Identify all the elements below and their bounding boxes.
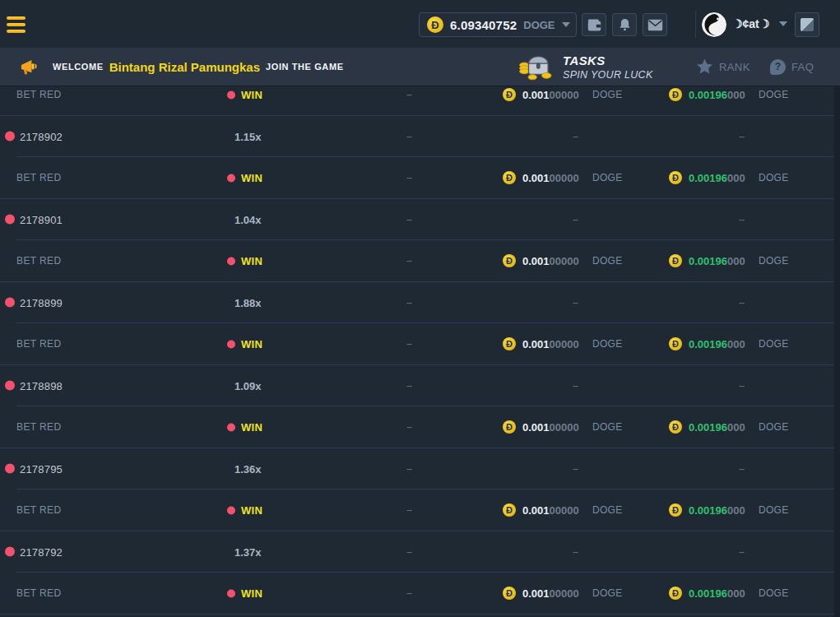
question-mark-icon: ? [770,59,786,75]
win-label: WIN [241,421,262,434]
bet-result: WIN [227,89,262,101]
bet-amount-cell: Ɖ 0.00100000 DOGE [503,337,643,350]
table-row-bet[interactable]: BET RED WIN -- Ɖ 0.00100000 DOGE Ɖ 0.001… [0,323,834,365]
tasks-link[interactable]: TASKS SPIN YOUR LUCK [518,48,653,86]
menu-icon[interactable] [7,16,26,33]
bet-label: BET RED [16,421,62,433]
tasks-subtitle: SPIN YOUR LUCK [563,69,653,81]
empty-value: -- [402,297,415,308]
welcome-label: WELCOME [53,62,104,72]
profit-currency: DOGE [759,338,789,350]
empty-value: -- [735,131,748,142]
balance-selector[interactable]: Ɖ 6.09340752 DOGE [419,12,577,37]
table-row-game[interactable]: 2178901 1.04x -- -- -- [0,199,834,241]
win-label: WIN [241,89,262,101]
empty-value: -- [402,131,415,142]
multiplier: 1.09x [234,379,262,392]
empty-value: -- [402,89,415,100]
doge-coin-icon: Ɖ [669,587,682,600]
game-id-cell: 2178902 [5,130,63,142]
game-id-cell: 2178898 [5,379,63,392]
game-id-cell: 2178899 [5,296,63,308]
game-id: 2178898 [20,379,63,392]
profit-amount: 0.00196000 [689,504,745,517]
red-dot-icon [227,340,235,348]
avatar[interactable] [702,12,726,37]
table-row-bet[interactable]: BET RED WIN -- Ɖ 0.00100000 DOGE Ɖ 0.001… [0,406,834,448]
doge-coin-icon: Ɖ [503,337,516,350]
empty-value: -- [569,297,582,308]
table-row-game[interactable]: 2178792 1.37x -- -- -- [0,531,834,573]
faq-link[interactable]: ? FAQ [770,48,814,86]
empty-value: -- [402,546,415,558]
red-dot-icon [227,90,235,99]
table-row-bet[interactable]: BET RED WIN -- Ɖ 0.00100000 DOGE Ɖ 0.001… [0,489,834,531]
bet-currency: DOGE [592,255,623,267]
table-row-bet[interactable]: BET RED WIN -- Ɖ 0.00100000 DOGE Ɖ 0.001… [0,573,834,615]
game-id-cell: 2178901 [5,213,63,225]
bet-amount-cell: Ɖ 0.00100000 DOGE [503,88,643,101]
bet-amount: 0.00100000 [522,172,579,184]
rank-link[interactable]: RANK [696,48,750,86]
notifications-button[interactable] [612,13,637,36]
win-label: WIN [241,504,262,517]
table-row-bet[interactable]: BET RED WIN -- Ɖ 0.00100000 DOGE Ɖ 0.001… [0,86,834,116]
bet-label: BET RED [16,587,62,599]
win-label: WIN [241,587,262,600]
empty-value: -- [402,463,415,475]
red-dot-icon [227,423,235,431]
table-row-game[interactable]: 2178898 1.09x -- -- -- [0,365,834,407]
table-row-bet[interactable]: BET RED WIN -- Ɖ 0.00100000 DOGE Ɖ 0.001… [0,157,834,199]
balance-amount: 6.09340752 [450,18,517,32]
profit-amount: 0.00196000 [689,338,745,350]
bet-label: BET RED [16,172,62,183]
bet-label: BET RED [16,255,62,267]
table-row-game[interactable]: 2178899 1.88x -- -- -- [0,282,834,324]
multiplier: 1.36x [234,462,262,475]
table-row-game[interactable]: 2178902 1.15x -- -- -- [0,116,834,158]
game-id: 2178795 [20,462,63,475]
bet-amount-cell: Ɖ 0.00100000 DOGE [503,503,643,517]
red-dot-icon [227,257,235,265]
profit-amount-cell: Ɖ 0.00196000 DOGE [669,587,809,600]
empty-value: -- [402,504,415,516]
table-row-bet[interactable]: BET RED WIN -- Ɖ 0.00100000 DOGE Ɖ 0.001… [0,240,834,282]
doge-coin-icon: Ɖ [669,503,682,517]
profit-amount-cell: Ɖ 0.00196000 DOGE [669,503,809,517]
bet-currency: DOGE [592,421,623,433]
doge-coin-icon: Ɖ [503,88,516,101]
game-id: 2178899 [20,296,63,308]
welcome-message: WELCOME Bintang Rizal Pamungkas JOIN THE… [53,48,344,86]
empty-value: -- [569,546,582,558]
wallet-button[interactable] [582,13,606,36]
side-panel-button[interactable] [795,12,819,37]
empty-value: -- [402,214,415,225]
profit-currency: DOGE [759,89,789,100]
bet-currency: DOGE [592,89,623,100]
empty-value: -- [402,421,415,433]
doge-coin-icon: Ɖ [503,503,516,517]
user-menu[interactable]: ☽¢at☽ [732,0,787,48]
multiplier: 1.04x [234,213,262,225]
profit-amount: 0.00196000 [689,172,745,184]
game-id-cell: 2178792 [5,545,63,558]
profit-currency: DOGE [759,255,789,267]
bet-amount: 0.00100000 [522,421,579,434]
doge-coin-icon: Ɖ [669,254,682,267]
player-name: Bintang Rizal Pamungkas [109,60,260,74]
empty-value: -- [402,380,415,392]
bet-amount-cell: Ɖ 0.00100000 DOGE [503,254,643,267]
win-label: WIN [241,338,262,350]
table-row-game[interactable]: 2178795 1.36x -- -- -- [0,448,834,490]
messages-button[interactable] [643,13,667,36]
profit-currency: DOGE [759,587,789,599]
empty-value: -- [569,463,582,475]
empty-value: -- [402,172,415,183]
empty-value: -- [735,380,748,392]
bet-amount: 0.00100000 [522,587,579,600]
empty-value: -- [402,255,415,267]
bet-amount-cell: Ɖ 0.00100000 DOGE [503,587,643,600]
red-dot-icon [5,298,15,308]
bet-result: WIN [227,255,262,267]
bet-currency: DOGE [592,587,623,599]
